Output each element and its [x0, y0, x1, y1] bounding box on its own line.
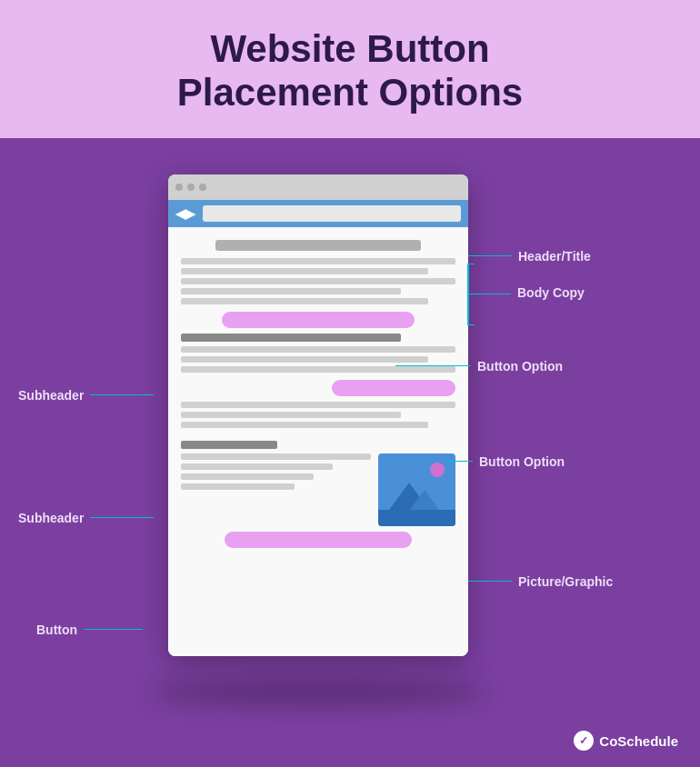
- browser-topbar: [168, 174, 468, 200]
- content-header-block: [181, 240, 455, 251]
- ann-picture: Picture/Graphic: [468, 574, 613, 589]
- ann-button: Button: [36, 623, 143, 637]
- ann-label-sub2: Subheader: [18, 511, 90, 525]
- text-line-c2: [181, 463, 333, 470]
- ann-line-header: [468, 255, 512, 257]
- text-line-2: [181, 268, 428, 274]
- bracket-bottom: [467, 324, 475, 326]
- ann-label-pic: Picture/Graphic: [512, 574, 613, 589]
- text-line-a2: [181, 356, 428, 363]
- page-title: Website Button Placement Options: [18, 27, 682, 115]
- text-line-5: [181, 298, 428, 304]
- text-line-b2: [181, 412, 401, 418]
- ann-line-body: [467, 294, 511, 295]
- main-area: ◀▶: [0, 138, 700, 756]
- img-sun: [430, 463, 445, 477]
- browser-mockup: ◀▶: [168, 174, 468, 656]
- ann-header-title: Header/Title: [468, 249, 591, 264]
- image-placeholder: [378, 453, 455, 526]
- subheader-1: [181, 334, 401, 342]
- button-option-1: [222, 312, 414, 328]
- button-bottom: [225, 532, 411, 548]
- ann-label-btn1: Button Option: [471, 359, 563, 374]
- brand: ✓ CoSchedule: [574, 731, 678, 751]
- img-mountain-2: [410, 490, 439, 510]
- additional-body-copy-2-block: [181, 453, 371, 490]
- ann-line-btn2: [445, 461, 473, 463]
- ann-button-option-2: Button Option: [445, 454, 565, 469]
- browser-dot-2: [187, 184, 195, 191]
- text-line-3: [181, 278, 455, 284]
- ann-label-body: Body Copy: [511, 285, 585, 300]
- text-line-c3: [181, 473, 314, 480]
- ann-label-sub1: Subheader: [18, 388, 90, 403]
- browser-content: [168, 227, 468, 656]
- text-line-1: [181, 258, 455, 264]
- text-line-a1: [181, 346, 455, 353]
- ann-label-btn2: Button Option: [473, 454, 565, 469]
- text-line-4: [181, 288, 401, 294]
- header-banner: Website Button Placement Options: [0, 0, 700, 138]
- browser-dot-1: [175, 184, 183, 191]
- text-line-c1: [181, 453, 371, 460]
- brand-name: CoSchedule: [599, 733, 678, 749]
- ann-line-sub1: [90, 394, 154, 396]
- ann-line-sub2: [90, 517, 154, 519]
- browser-nav-icon: ◀▶: [175, 206, 195, 221]
- browser-dot-3: [199, 184, 206, 191]
- col-right-image: [378, 453, 455, 526]
- ann-label-header: Header/Title: [512, 249, 591, 264]
- browser-addressbar-area: ◀▶: [168, 200, 468, 227]
- text-line-b3: [181, 422, 428, 428]
- browser-shadow: [150, 679, 486, 706]
- body-copy-block: [181, 258, 455, 304]
- img-ground: [378, 510, 455, 526]
- bracket-top: [467, 264, 475, 265]
- ann-line-button: [84, 629, 143, 631]
- col-left-2: [181, 453, 371, 526]
- browser-addressbar: [203, 205, 461, 222]
- ann-line-pic: [468, 581, 512, 583]
- button-option-2: [332, 380, 455, 396]
- title-bar: [215, 240, 422, 251]
- subheader-2: [181, 441, 277, 449]
- text-line-b1: [181, 402, 455, 408]
- additional-body-copy-1b-block: [181, 402, 455, 428]
- ann-subheader-2: Subheader: [18, 511, 154, 525]
- two-col-section-2: [181, 453, 455, 526]
- text-line-c4: [181, 483, 295, 490]
- ann-subheader-1: Subheader: [18, 388, 154, 403]
- ann-label-button: Button: [36, 623, 84, 637]
- brand-icon: ✓: [574, 731, 594, 751]
- ann-line-btn1: [395, 365, 471, 367]
- ann-button-option-1: Button Option: [395, 359, 563, 374]
